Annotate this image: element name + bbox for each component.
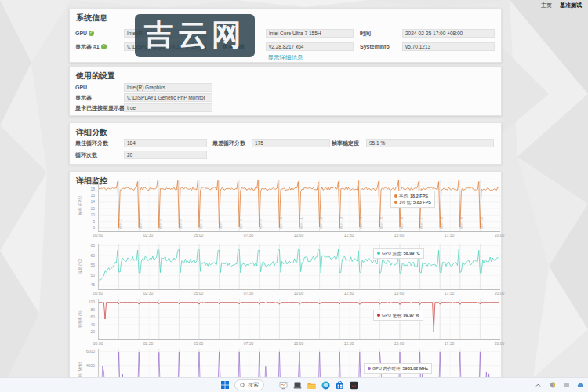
axis-tick: 05:00 [190,291,207,296]
search-input[interactable]: 搜索 [234,379,264,390]
si-field-5-label: SystemInfo [360,42,390,51]
si-field-0-label: GPU [75,29,94,38]
sc-field-1-value: 175 [252,139,330,147]
set-field-0-label: GPU [75,83,87,92]
laptop-app-icon[interactable] [292,380,303,390]
axis-tick: 55 [90,263,95,267]
scores-card: 详细分数 最佳循环分数184最差循环分数175帧率稳定度95.1 %循环次数20 [69,122,502,165]
axis-tick: 20:00 [491,341,508,346]
axis-tick: 100 [89,300,95,304]
axis-tick: 10:00 [290,233,307,238]
chart-legend: GPU 内存时钟: 5981.02 MHz [364,363,432,374]
nav-home[interactable]: 主页 [541,2,552,9]
settings-card: 使用的设置 GPUIntel(R) Graphics显示器\\.\DISPLAY… [69,66,502,116]
legend-dot-icon [377,252,380,255]
axis-tick: 00:00 [89,291,107,296]
tray-onedrive-icon[interactable] [575,380,586,390]
axis-tick: 17:30 [441,341,458,346]
chart-plot-area: GPU 温度: 58.99 °C [98,244,500,290]
si-field-2-value: 2024-02-25 17:00 +08:00 [402,29,495,38]
legend-entry: 平均: 18.2 FPS [394,193,431,199]
axis-tick: 80 [90,308,95,312]
axis-tick: 8 [93,220,95,223]
set-field-1-label: 显示器 [75,93,92,102]
axis-tick: 00:00 [89,341,107,346]
benchmark-app-icon[interactable] [278,380,289,390]
axis-tick: 18 [90,187,95,191]
axis-tick: 17:30 [441,233,458,238]
sc-field-3-value: 20 [124,151,207,159]
axis-tick: 6 [93,226,95,230]
axis-tick: 05:00 [190,233,207,238]
dark-app-icon[interactable] [349,380,359,390]
axis-tick: 15:00 [390,233,408,238]
system-info-title: 系统信息 [76,13,107,24]
tray-shield-icon[interactable] [547,380,557,390]
axis-tick: 10 [90,213,95,217]
axis-tick: 14 [90,200,95,204]
file-explorer-icon[interactable] [307,380,317,390]
set-field-2-label: 显卡已连接至显示器 [75,103,125,112]
chart-x-ticks: 00:0002:3005:0007:3010:0012:3015:0017:30… [98,340,499,346]
tray-device-icon[interactable] [561,380,572,390]
axis-tick: 12 [90,207,95,211]
show-details-link[interactable]: 显示详细信息 [70,54,501,62]
axis-tick: 12:30 [340,341,358,346]
axis-tick: 50 [90,274,95,278]
legend-dot-icon [377,314,380,317]
ok-check-icon [101,44,107,49]
system-tray [533,378,586,392]
axis-tick: 07:30 [240,341,257,346]
axis-tick: 02:30 [140,233,157,238]
store-icon[interactable] [335,380,345,390]
tray-chevron-up-icon[interactable] [533,380,543,390]
chart-legend: GPU 使用: 99.97 % [373,310,423,321]
search-placeholder: 搜索 [248,381,259,389]
chart-legend: 平均: 18.2 FPS1% 低: 5.83 FPS [390,191,435,208]
axis-tick: 15:00 [390,341,408,346]
sc-field-0-label: 最佳循环分数 [75,139,108,147]
legend-entry: GPU 温度: 58.99 °C [377,250,420,256]
taskbar-icons [278,380,359,390]
axis-tick: 20:00 [491,233,508,238]
legend-entry: 1% 低: 5.83 FPS [394,199,431,205]
sc-field-1-label: 最差循环分数 [212,139,245,147]
nav-benchmark[interactable]: 基准测试 [560,2,582,9]
legend-entry: GPU 使用: 99.97 % [377,312,419,318]
chart-y-ticks: 10080604020 [74,299,95,339]
axis-tick: 05:00 [190,341,207,346]
chart-2: 使用率 (%)10080604020GPU 使用: 99.97 %00:0002… [74,299,498,347]
chart-x-ticks: 00:0002:3005:0007:3010:0012:3015:0017:30… [98,290,499,296]
settings-title: 使用的设置 [76,71,115,82]
sc-field-0-value: 184 [124,139,207,147]
axis-tick: 07:30 [240,233,257,238]
chart-x-ticks: 00:0002:3005:0007:3010:0012:3015:0017:30… [98,232,499,238]
axis-tick: 02:30 [140,341,157,346]
axis-tick: 02:30 [140,291,157,296]
chart-y-ticks: 20181614121086 [74,180,95,231]
axis-tick: 15:00 [390,291,408,296]
start-button[interactable] [220,380,230,390]
legend-dot-icon [394,201,397,204]
chart-plot-area: 循环 2循环 3循环 4循环 5循环 6循环 7循环 8循环 9循环 10循环 … [98,180,500,232]
axis-tick: 60 [90,315,95,319]
axis-tick: 45 [90,283,95,287]
axis-tick: 65 [90,244,95,248]
chart-svg [99,244,500,289]
chart-0: 帧率 (FPS)20181614121086循环 2循环 3循环 4循环 5循环… [74,180,498,238]
axis-tick: 6000 [86,350,95,354]
si-field-2-label: 时间 [360,29,371,38]
axis-tick: 40 [90,323,95,327]
chart-svg: 循环 2循环 3循环 4循环 5循环 6循环 7循环 8循环 9循环 10循环 … [99,180,500,231]
axis-tick: 17:30 [441,291,458,296]
legend-entry: GPU 内存时钟: 5981.02 MHz [368,365,428,372]
axis-tick: 10:00 [290,291,307,296]
chart-legend: GPU 温度: 58.99 °C [373,248,424,259]
axis-tick: 20 [90,330,95,334]
axis-tick: 20 [90,181,95,185]
edge-browser-icon[interactable] [321,380,331,390]
taskbar: 搜索 [0,377,588,392]
sc-field-3-label: 循环次数 [75,151,97,159]
monitor-card: 详细监控 帧率 (FPS)20181614121086循环 2循环 3循环 4循… [69,171,502,392]
si-field-3-label: 显示器 #1 [75,42,107,51]
